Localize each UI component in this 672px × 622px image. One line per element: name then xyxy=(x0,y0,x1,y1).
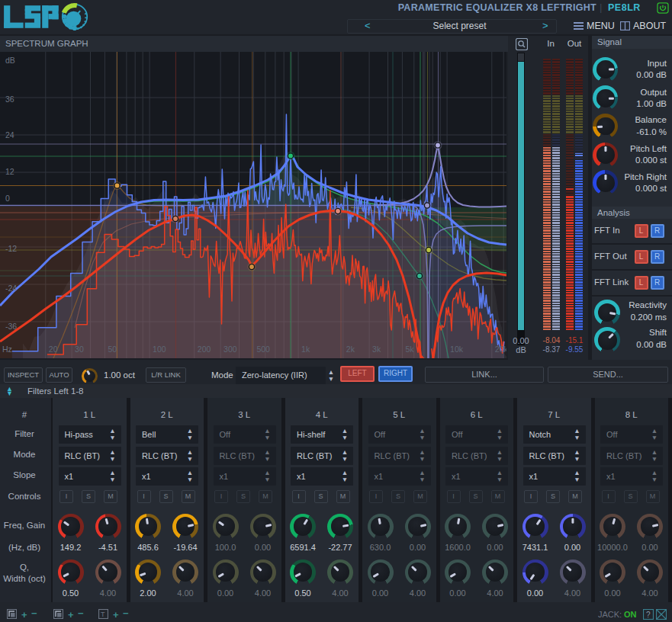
svg-text:20: 20 xyxy=(49,345,58,354)
svg-text:dB: dB xyxy=(5,56,15,65)
svg-text:-24: -24 xyxy=(5,284,17,293)
svg-text:?: ? xyxy=(646,611,651,619)
svg-text:36: 36 xyxy=(5,95,14,104)
svg-text:50: 50 xyxy=(108,345,117,354)
svg-text:10k: 10k xyxy=(450,345,464,354)
svg-text:1k: 1k xyxy=(301,345,310,354)
svg-text:3k: 3k xyxy=(372,345,381,354)
svg-text:-12: -12 xyxy=(5,244,17,253)
svg-text:-36: -36 xyxy=(5,322,17,331)
svg-text:30: 30 xyxy=(75,345,84,354)
svg-text:5k: 5k xyxy=(405,345,414,354)
svg-text:T: T xyxy=(101,611,105,618)
svg-text:100: 100 xyxy=(153,345,166,354)
svg-text:2k: 2k xyxy=(346,345,355,354)
svg-text:12: 12 xyxy=(5,167,14,176)
svg-text:24: 24 xyxy=(5,130,14,139)
svg-text:500: 500 xyxy=(256,345,270,354)
svg-text:300: 300 xyxy=(223,345,237,354)
svg-text:200: 200 xyxy=(198,345,211,354)
svg-text:0: 0 xyxy=(5,194,10,203)
svg-text:Hz: Hz xyxy=(2,345,12,354)
